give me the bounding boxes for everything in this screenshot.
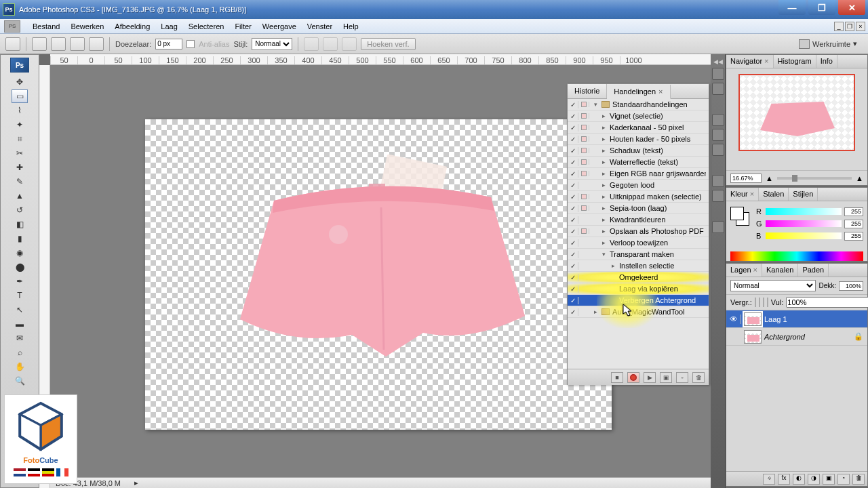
opacity-input[interactable] (839, 281, 863, 291)
crop-tool[interactable]: ⌗ (12, 132, 28, 146)
pen-tool[interactable]: ✒ (12, 274, 28, 288)
layer-thumbnail[interactable] (744, 330, 762, 344)
notes-tool[interactable]: ✉ (12, 331, 28, 345)
zoom-out-icon[interactable]: ▲ (766, 174, 773, 182)
lock-position-icon[interactable] (763, 298, 764, 307)
menu-bestand[interactable]: Bestand (27, 22, 65, 30)
navigator-thumbnail[interactable] (738, 74, 855, 151)
b-value[interactable]: 255 (844, 232, 863, 241)
hand-tool[interactable]: ✋ (12, 360, 28, 373)
menu-filter[interactable]: Filter (229, 22, 256, 30)
link-layers-icon[interactable]: ⟐ (763, 474, 775, 485)
feather-input[interactable] (155, 39, 182, 49)
shape-tool[interactable]: ▬ (12, 317, 28, 331)
dodge-tool[interactable]: ⬤ (12, 260, 28, 274)
adjustment-layer-icon[interactable]: ◑ (808, 474, 820, 485)
wand-tool[interactable]: ✦ (12, 118, 28, 131)
blend-mode-select[interactable]: Normaal (730, 280, 816, 291)
lock-transparency-icon[interactable] (755, 298, 756, 307)
action-row[interactable]: ✓▸Verloop toewijzen (568, 237, 709, 249)
tab-kleur[interactable]: Kleur× (726, 188, 759, 201)
action-row[interactable]: ✓▸Houten kader - 50 pixels (568, 134, 709, 145)
selection-new-icon[interactable] (32, 37, 47, 51)
action-row[interactable]: ✓▸Kwadrantkleuren (568, 214, 709, 226)
delete-button[interactable]: 🗑 (692, 372, 705, 383)
new-action-button[interactable]: ▫ (676, 372, 688, 383)
zoom-in-icon[interactable]: ▲ (856, 174, 863, 182)
slice-tool[interactable]: ✂ (12, 146, 28, 160)
tab-kanalen[interactable]: Kanalen (762, 264, 798, 277)
action-row[interactable]: ✓▸Sepia-toon (laag) (568, 203, 709, 214)
dialog-icon[interactable] (578, 102, 589, 107)
tab-navigator[interactable]: Navigator× (726, 55, 774, 68)
expand-icon[interactable]: ▾ (589, 101, 601, 108)
tab-historie[interactable]: Historie (568, 84, 607, 98)
lock-all-icon[interactable] (767, 298, 768, 307)
move-tool[interactable]: ✥ (12, 75, 28, 89)
workspace-button[interactable]: Werkruimte▾ (793, 38, 863, 50)
maximize-button[interactable]: ❐ (808, 0, 835, 15)
stop-button[interactable]: ■ (611, 372, 623, 383)
menu-help[interactable]: Help (338, 22, 364, 30)
ps-logo-icon[interactable]: PS (4, 20, 20, 33)
tab-paden[interactable]: Paden (798, 264, 829, 277)
zoom-input[interactable] (730, 174, 762, 183)
layer-mask-icon[interactable]: ◐ (793, 474, 805, 485)
style-select[interactable]: Normaal (252, 38, 292, 50)
lock-pixels-icon[interactable] (759, 298, 760, 307)
selection-subtract-icon[interactable] (70, 37, 85, 51)
dock-expand-icon[interactable]: ◀◀ (713, 58, 723, 65)
selection-add-icon[interactable] (51, 37, 66, 51)
visibility-icon[interactable]: 👁 (726, 314, 741, 324)
action-row[interactable]: ✓▸Uitknippad maken (selectie) (568, 191, 709, 203)
action-row[interactable]: ✓▸Eigen RGB naar grijswaarden (568, 168, 709, 180)
menu-weergave[interactable]: Weergave (257, 22, 302, 30)
action-step-row-selected[interactable]: ✓Verbergen Achtergrond (568, 295, 709, 306)
tab-info[interactable]: Info (816, 55, 837, 68)
r-slider[interactable] (766, 208, 842, 215)
brush-tool[interactable]: ✎ (12, 175, 28, 188)
fill-input[interactable] (786, 297, 868, 308)
dock-brushes-icon[interactable] (712, 129, 724, 141)
tab-stalen[interactable]: Stalen (759, 188, 789, 201)
action-set-row[interactable]: ✓ ▾ Standaardhandelingen (568, 99, 709, 110)
record-button[interactable] (627, 372, 639, 383)
history-brush-tool[interactable]: ↺ (12, 203, 28, 217)
menu-laag[interactable]: Laag (155, 22, 182, 30)
action-row[interactable]: ✓▸Waterreflectie (tekst) (568, 157, 709, 168)
layer-row[interactable]: Achtergrond 🔒 (726, 328, 867, 346)
doc-restore-button[interactable]: ❐ (845, 22, 854, 31)
minimize-button[interactable]: — (778, 0, 806, 15)
heal-tool[interactable]: ✚ (12, 161, 28, 174)
action-step-row[interactable]: ✓Omgekeerd (568, 272, 709, 283)
action-row-expanded[interactable]: ✓▾Transparant maken (568, 249, 709, 260)
menu-afbeelding[interactable]: Afbeelding (109, 22, 155, 30)
action-row[interactable]: ✓▸Gegoten lood (568, 180, 709, 191)
layer-name[interactable]: Laag 1 (764, 315, 787, 323)
tab-handelingen[interactable]: Handelingen× (607, 85, 670, 99)
stamp-tool[interactable]: ▲ (12, 189, 28, 203)
lasso-tool[interactable]: ⌇ (12, 104, 28, 117)
new-layer-icon[interactable]: ▫ (837, 474, 850, 485)
g-value[interactable]: 255 (844, 220, 863, 228)
zoom-tool[interactable]: 🔍 (12, 374, 28, 388)
close-button[interactable]: ✕ (838, 0, 865, 15)
eyedropper-tool[interactable]: ⌕ (12, 346, 28, 359)
action-step-row[interactable]: ✓▸Instellen selectie (568, 260, 709, 272)
action-step-row[interactable]: ✓Laag via kopiëren (568, 283, 709, 295)
type-tool[interactable]: T (12, 289, 28, 302)
action-row[interactable]: ✓▸Schaduw (tekst) (568, 145, 709, 157)
tab-histogram[interactable]: Histogram (774, 55, 816, 68)
tool-preset-icon[interactable] (5, 37, 20, 51)
dock-history-icon[interactable] (712, 68, 724, 80)
dock-actions-icon[interactable] (712, 83, 724, 95)
document-canvas[interactable] (145, 119, 612, 430)
trash-icon[interactable]: 🗑 (852, 474, 865, 485)
action-row[interactable]: ✓▸Auto_MagicWandTool (568, 306, 709, 318)
color-spectrum[interactable] (730, 251, 863, 261)
tab-lagen[interactable]: Lagen× (726, 264, 762, 277)
g-slider[interactable] (766, 220, 842, 227)
color-swatch[interactable] (730, 207, 749, 226)
layer-row[interactable]: 👁 Laag 1 (726, 310, 867, 328)
dock-tool-presets-icon[interactable] (712, 114, 724, 126)
